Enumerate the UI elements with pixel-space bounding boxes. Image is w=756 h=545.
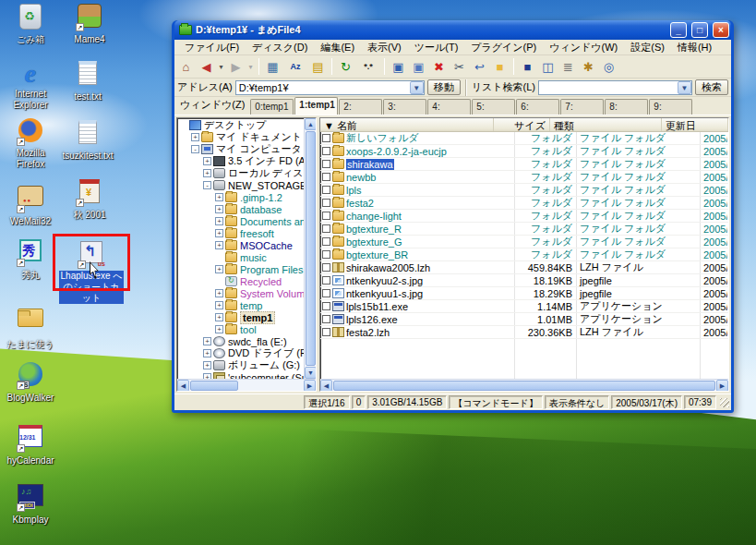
column-header-0[interactable]: ▼ 名前	[320, 118, 494, 131]
menu-item-6[interactable]: ウィンドウ(W)	[543, 40, 624, 55]
expand-icon[interactable]: +	[215, 313, 223, 321]
file-row[interactable]: ntkenkyuu2-s.jpg18.19KBjpegfile2005/	[320, 274, 728, 287]
scroll-down-icon[interactable]: ▼	[305, 367, 317, 379]
tree-item[interactable]: music	[179, 251, 316, 263]
file-row[interactable]: xoops-2.0.9.2-ja-eucjpフォルダファイル フォルダ2005/	[320, 145, 728, 158]
list-horizontal-scrollbar[interactable]: ◀ ▶	[320, 379, 728, 391]
desktop-icon-wemail32[interactable]: ↗ WeMail32	[0, 183, 61, 227]
tree-item[interactable]: +MSOCache	[179, 239, 316, 251]
tree-item[interactable]: +temp	[179, 299, 316, 311]
desktop-icon-tsuzkitest-txt[interactable]: tsuzkitest.txt	[57, 120, 118, 162]
list-search-input[interactable]: ▼	[538, 80, 692, 95]
row-checkbox[interactable]	[322, 147, 330, 155]
collapse-icon[interactable]: -	[203, 181, 211, 189]
tree-item[interactable]: +.gimp-1.2	[179, 191, 316, 203]
detail-view-icon[interactable]: ▦	[263, 57, 282, 77]
file-row[interactable]: newbbフォルダファイル フォルダ2005/	[320, 171, 728, 184]
scroll-up-icon[interactable]: ▲	[305, 118, 317, 130]
expand-icon[interactable]: +	[203, 169, 211, 177]
window-tab-1[interactable]: 1:temp1	[294, 97, 338, 115]
search-button[interactable]: 検索	[695, 79, 728, 95]
row-checkbox[interactable]	[322, 276, 330, 285]
file-row[interactable]: bgtexture_Rフォルダファイル フォルダ2005/	[320, 223, 728, 236]
desktop-icon-firefox[interactable]: ↗ Mozilla Firefox	[0, 118, 61, 170]
window-tab-4[interactable]: 4:	[427, 99, 471, 115]
desktop-icon-blogwalker[interactable]: ↗ BlogWalker	[0, 362, 61, 404]
maximize-button[interactable]: □	[691, 22, 708, 38]
titlebar[interactable]: D:¥temp1¥ - まめFile4 _ □ ×	[174, 20, 731, 40]
row-checkbox[interactable]	[322, 263, 330, 272]
row-checkbox[interactable]	[322, 250, 330, 259]
delete-icon[interactable]: ✖	[429, 57, 449, 77]
forward-icon[interactable]: ▶	[226, 57, 246, 77]
file-row[interactable]: festa2.lzh230.36KBLZH ファイル2005/	[320, 326, 728, 339]
options-icon[interactable]: ✱	[579, 57, 598, 77]
file-row[interactable]: shirakawa2005.lzh459.84KBLZH ファイル2005/	[320, 261, 728, 274]
menu-item-3[interactable]: 表示(V)	[361, 40, 408, 55]
window-tab-8[interactable]: 8:	[605, 99, 648, 115]
expand-icon[interactable]: +	[203, 373, 211, 379]
new-folder-icon[interactable]: ■	[490, 57, 510, 77]
tree-horizontal-scrollbar[interactable]: ◀ ▶	[177, 379, 316, 391]
expand-icon[interactable]: +	[215, 217, 223, 225]
window-tab-2[interactable]: 2:	[339, 99, 382, 115]
tree-item[interactable]: +Documents and Sett	[179, 215, 316, 227]
row-checkbox[interactable]	[322, 224, 330, 233]
tree-item[interactable]: +tool	[179, 323, 316, 335]
menu-item-7[interactable]: 設定(S)	[624, 40, 671, 55]
edit-note-icon[interactable]: ▤	[308, 57, 328, 77]
close-button[interactable]: ×	[713, 22, 729, 38]
tree-item[interactable]: +ボリューム (G:)	[179, 359, 316, 371]
row-checkbox[interactable]	[322, 134, 330, 142]
expand-icon[interactable]: +	[215, 229, 223, 237]
tree-item[interactable]: +ローカル ディスク (C:)	[179, 167, 316, 179]
tree-item[interactable]: -NEW_STORAGE (D:)	[179, 179, 316, 191]
row-checkbox[interactable]	[322, 186, 330, 194]
row-checkbox[interactable]	[322, 302, 330, 310]
desktop-icon-hidemaru[interactable]: ↗ 秀丸	[0, 238, 61, 281]
refresh-icon[interactable]: ↻	[336, 57, 355, 77]
tree-vertical-scrollbar[interactable]: ▲ ▼	[304, 118, 316, 379]
scrollbar-thumb[interactable]	[190, 381, 238, 391]
forward-dropdown-icon[interactable]: ▾	[246, 57, 255, 77]
scrollbar-thumb[interactable]	[333, 381, 715, 391]
row-checkbox[interactable]	[322, 160, 330, 168]
file-row[interactable]: lpls15b11.exe1.14MBアプリケーション2005/	[320, 300, 728, 313]
scroll-left-icon[interactable]: ◀	[320, 380, 332, 392]
tree-item[interactable]: +Program Files	[179, 263, 316, 275]
screen-icon[interactable]: ■	[518, 57, 537, 77]
expand-icon[interactable]: +	[203, 157, 211, 165]
expand-icon[interactable]: +	[215, 301, 223, 309]
sort-az-icon[interactable]: Az	[283, 57, 307, 77]
file-row[interactable]: lplsフォルダファイル フォルダ2005/	[320, 184, 728, 197]
file-row[interactable]: ntkenkyuu1-s.jpg18.29KBjpegfile2005/	[320, 287, 728, 300]
back-dropdown-icon[interactable]: ▾	[217, 57, 225, 77]
window-tab-3[interactable]: 3:	[383, 99, 426, 115]
file-row[interactable]: bgtexture_Gフォルダファイル フォルダ2005/	[320, 236, 728, 248]
exit-icon[interactable]: ⌂	[176, 57, 196, 77]
expand-icon[interactable]: +	[215, 325, 223, 333]
row-checkbox[interactable]	[322, 328, 330, 336]
back-icon[interactable]: ◀	[197, 57, 216, 77]
expand-icon[interactable]: +	[215, 289, 223, 297]
scroll-left-icon[interactable]: ◀	[177, 380, 189, 392]
menu-item-4[interactable]: ツール(T)	[408, 40, 465, 55]
collapse-icon[interactable]: -	[191, 145, 199, 153]
expand-icon[interactable]: +	[215, 241, 223, 249]
resize-grip[interactable]	[720, 398, 729, 407]
file-row[interactable]: change-lightフォルダファイル フォルダ2005/	[320, 210, 728, 223]
scroll-right-icon[interactable]: ▶	[716, 380, 728, 392]
menu-item-0[interactable]: ファイル(F)	[178, 40, 246, 55]
desktop-icon-kbmplay[interactable]: ↗ Kbmplay	[0, 482, 61, 526]
expand-icon[interactable]: +	[215, 265, 223, 273]
row-checkbox[interactable]	[322, 289, 330, 297]
file-row[interactable]: festa2フォルダファイル フォルダ2005/	[320, 197, 728, 210]
scroll-right-icon[interactable]: ▶	[304, 380, 316, 392]
row-checkbox[interactable]	[322, 212, 330, 220]
window-tab-6[interactable]: 6:	[516, 99, 559, 115]
file-row[interactable]: shirakawaフォルダファイル フォルダ2005/	[320, 158, 728, 171]
menu-item-8[interactable]: 情報(H)	[671, 40, 718, 55]
menu-item-2[interactable]: 編集(E)	[314, 40, 361, 55]
trash-icon[interactable]: ≣	[558, 57, 578, 77]
go-button[interactable]: 移動	[427, 79, 461, 95]
